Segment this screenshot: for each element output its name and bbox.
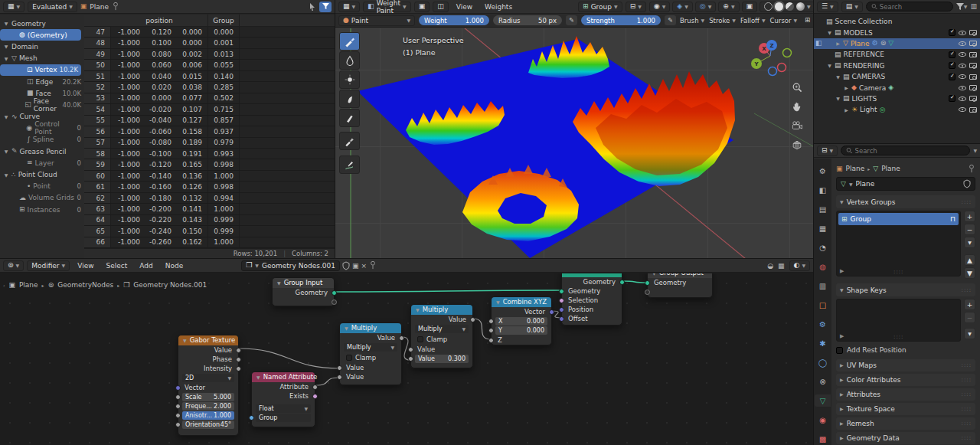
node-canvas[interactable]: ‹ ▣ Plane▸ ⊚ GeometryNodes▸ ❒ Geometry N… xyxy=(0,273,813,445)
move-down-button[interactable]: ▼ xyxy=(964,267,975,279)
socket-z-in[interactable] xyxy=(488,338,494,343)
panel-grip[interactable]: :::: xyxy=(962,420,972,427)
socket-attribute-out[interactable] xyxy=(312,384,318,390)
properties-tab-particles[interactable]: ✱ xyxy=(815,337,831,349)
table-row[interactable]: 64-1.000-0.2200.1430.999 xyxy=(84,215,335,226)
socket-orientation-in[interactable] xyxy=(175,422,181,427)
gradient-tool-tool-button[interactable] xyxy=(339,109,360,127)
socket-geometry-in[interactable] xyxy=(559,289,564,294)
annotate-tool-button[interactable] xyxy=(339,155,360,174)
attribute-type-dropdown[interactable]: Float▼ xyxy=(256,404,311,413)
panel-remesh[interactable]: ▶Remesh:::: xyxy=(836,417,975,430)
socket-geometry-out[interactable] xyxy=(332,290,337,296)
remove-vertex-group-button[interactable]: − xyxy=(964,224,975,235)
sidebar-item[interactable]: ≡Layer0 xyxy=(0,157,84,169)
clamp-checkbox[interactable] xyxy=(417,336,423,342)
socket-value-out[interactable] xyxy=(470,317,475,322)
properties-tab-data[interactable]: ▽ xyxy=(815,394,831,407)
sidebar-item[interactable]: ▼Domain xyxy=(0,41,84,52)
properties-tab-view-layer[interactable]: ▦ xyxy=(815,222,831,234)
panel-uv-maps[interactable]: ▶UV Maps:::: xyxy=(836,359,975,372)
node-gabor-texture[interactable]: ▼Gabor Texture Value Phase Intensity 2D▼… xyxy=(178,335,239,436)
vertex-group-selector[interactable]: ⊞Group▼ xyxy=(578,2,622,12)
shape-keys-panel-header[interactable]: ▼ Shape Keys :::: xyxy=(836,283,975,296)
vertex-group-specials-button[interactable]: ▼ xyxy=(964,237,975,248)
remove-shape-key-button[interactable]: − xyxy=(964,312,975,323)
hide-eye-icon[interactable] xyxy=(959,86,966,90)
navigation-gizmo[interactable]: X Z Y xyxy=(749,33,802,82)
pivot-point-dropdown[interactable]: ◉▼ xyxy=(649,2,670,12)
properties-tab-modifiers[interactable]: ⚙ xyxy=(815,318,831,330)
table-row[interactable]: 65-1.000-0.2400.1500.999 xyxy=(84,226,335,237)
panel-texture-space[interactable]: ▶Texture Space:::: xyxy=(836,403,975,416)
snap-toggle-icon[interactable]: ◒ xyxy=(767,262,773,270)
properties-tab-render[interactable]: ◧ xyxy=(815,184,831,196)
mesh-name-field[interactable]: ▽▼ xyxy=(836,177,975,191)
sample-weight-tool-button[interactable] xyxy=(339,132,360,150)
panel-grip[interactable]: :::: xyxy=(962,391,972,398)
zoom-button[interactable] xyxy=(789,79,805,96)
outliner-row-camera[interactable]: ▶◆Camera◈ xyxy=(814,82,980,93)
menu-add[interactable]: Add xyxy=(135,262,157,270)
pin-icon[interactable] xyxy=(369,260,377,270)
symmetry-dropdown[interactable]: ⊕▼ xyxy=(718,2,739,12)
smear-brush-tool-button[interactable] xyxy=(339,90,360,108)
attribute-name-field[interactable]: Group xyxy=(256,414,311,422)
panel-grip[interactable]: :::: xyxy=(962,377,972,383)
pan-button[interactable] xyxy=(789,98,805,115)
socket-value-out[interactable] xyxy=(399,335,404,341)
editor-type-button[interactable]: ⊟▼ xyxy=(817,146,838,156)
tool-dropdown-falloff[interactable]: Falloff▼ xyxy=(740,17,766,25)
table-row[interactable]: 62-1.000-0.1800.1320.994 xyxy=(84,193,335,204)
filter-toggle-button[interactable] xyxy=(319,2,332,12)
shading-material-icon[interactable] xyxy=(786,2,794,11)
table-row[interactable]: 51-1.0000.0400.0150.140 xyxy=(84,71,335,82)
exclude-checkbox[interactable] xyxy=(949,51,956,58)
sidebar-item[interactable]: ◉Control Point0 xyxy=(0,123,84,134)
display-mode-dropdown[interactable]: ▤▼ xyxy=(841,2,863,12)
node-tree-selector[interactable]: ❒▼ Geometry Nodes.001 xyxy=(241,260,340,271)
clamp-row[interactable]: Clamp xyxy=(340,352,401,363)
panel-grip[interactable]: :::: xyxy=(962,406,972,412)
outliner-row-plane[interactable]: ◧▶▽Plane⚙⊚▽ xyxy=(814,38,980,49)
radius-slider[interactable]: Radius50 px xyxy=(493,15,562,25)
menu-view[interactable]: View xyxy=(73,262,98,270)
gabor-frequency-field[interactable]: Freque...2.000 xyxy=(182,402,234,411)
chevron-right-icon[interactable]: ▶ xyxy=(835,41,841,46)
shading-rendered-icon[interactable] xyxy=(796,2,805,11)
combine-y-field[interactable]: Y0.000 xyxy=(495,326,547,335)
table-row[interactable]: 60-1.000-0.1400.1361.000 xyxy=(84,171,335,182)
hide-eye-icon[interactable] xyxy=(959,52,966,57)
socket-position-in[interactable] xyxy=(559,307,564,312)
tool-dropdown-cursor[interactable]: Cursor▼ xyxy=(770,17,798,25)
show-overlays-toggle[interactable]: ▣ xyxy=(742,2,758,12)
table-row[interactable]: 49-1.0000.0800.0020.013 xyxy=(84,49,335,60)
unlink-node-tree-icon[interactable]: × xyxy=(361,262,367,270)
sidebar-item[interactable]: ⊞Instances0 xyxy=(0,204,84,215)
disable-render-icon[interactable] xyxy=(969,74,977,80)
properties-tab-scene[interactable]: ◔ xyxy=(815,241,831,254)
outliner-row-light[interactable]: ▶☀Light◎ xyxy=(814,104,980,115)
socket-vector-in[interactable] xyxy=(175,385,181,391)
socket-value-in-2[interactable] xyxy=(408,356,413,362)
exclude-checkbox[interactable] xyxy=(949,74,956,80)
combine-x-field[interactable]: X0.000 xyxy=(495,317,547,326)
cursor-filter-icon[interactable] xyxy=(308,2,317,11)
socket-geometry-in[interactable] xyxy=(645,280,650,286)
sidebar-item-selected[interactable]: ⊡Vertex10.2K xyxy=(0,64,81,76)
draw-brush-tool-button[interactable] xyxy=(339,32,360,51)
socket-anisotropy-in[interactable] xyxy=(175,413,181,418)
disable-render-icon[interactable] xyxy=(969,30,977,35)
tool-dropdown-brush[interactable]: Brush▼ xyxy=(680,17,704,25)
gabor-orientation-field[interactable]: Orientation45° xyxy=(182,420,234,429)
node-group-output[interactable]: ▼Group Output Geometry xyxy=(647,273,713,298)
radius-pressure-button[interactable]: ✎ xyxy=(566,15,577,25)
fake-user-shield-icon[interactable] xyxy=(963,179,971,188)
properties-tab-output[interactable]: ▤ xyxy=(815,203,831,215)
hide-eye-icon[interactable] xyxy=(959,41,966,46)
viewport-canvas[interactable]: User Perspective (1) Plane X Z Y xyxy=(335,28,813,258)
shape-key-specials-button[interactable]: ▼ xyxy=(964,328,975,339)
disable-render-icon[interactable] xyxy=(969,52,977,57)
node-math-multiply-1[interactable]: ▼Multiply Value Multiply▼ Clamp Value Va… xyxy=(339,322,402,385)
chevron-down-icon[interactable]: ▼ xyxy=(835,74,841,80)
